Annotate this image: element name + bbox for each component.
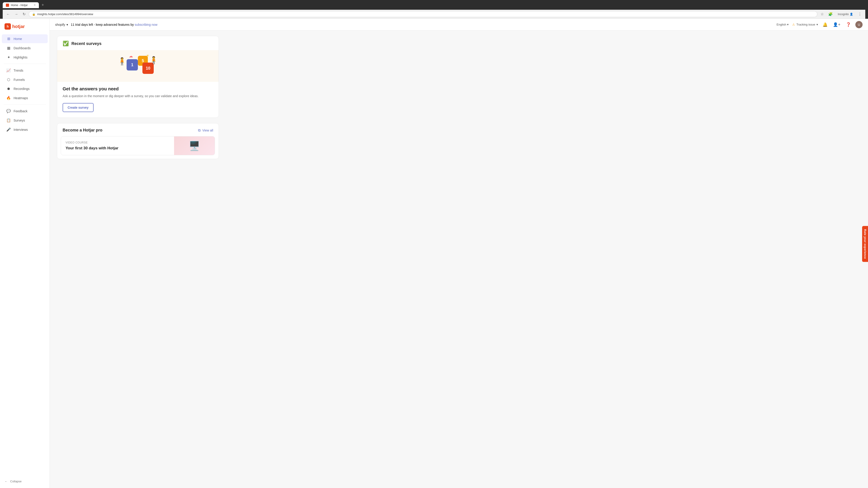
recent-surveys-section: ✅ Recent surveys 🧍 ☁ 1 5 [57, 36, 219, 118]
app-layout: h hotjar ⊞ Home ▦ Dashboards ✦ Highlight… [0, 19, 868, 488]
tracking-chevron-icon: ▾ [816, 23, 818, 26]
header-right: English ▾ ⚠ Tracking issue ▾ 🔔 👤+ ❓ U [777, 21, 863, 28]
tab-label: Home - Hotjar [11, 4, 28, 7]
hotjar-logo-icon: h [4, 23, 11, 30]
view-all-icon: ⧉ [198, 128, 200, 132]
forward-button[interactable]: → [13, 11, 20, 17]
user-avatar[interactable]: U [855, 21, 863, 28]
user-avatar-icon: 👤 [850, 13, 853, 16]
sidebar-item-surveys[interactable]: 📋 Surveys [2, 116, 48, 125]
create-survey-button[interactable]: Create survey [63, 103, 94, 112]
notifications-button[interactable]: 🔔 [822, 21, 829, 28]
sidebar-item-interviews[interactable]: 🎤 Interviews [2, 125, 48, 134]
new-tab-button[interactable]: + [40, 2, 46, 8]
page-content: ✅ Recent surveys 🧍 ☁ 1 5 [50, 31, 226, 164]
hotjar-logo: h hotjar [4, 23, 25, 30]
sidebar-logo: h hotjar [0, 22, 50, 34]
survey-illustration: 🧍 ☁ 1 5 10 🧍 ☀ [57, 50, 219, 82]
tracking-issue-button[interactable]: ⚠ Tracking issue ▾ [792, 23, 818, 26]
language-selector[interactable]: English ▾ [777, 23, 789, 26]
person-left-icon: 🧍 [118, 57, 127, 66]
menu-button[interactable]: ⋮ [857, 11, 863, 17]
hotjar-brand-name: hotjar [12, 24, 25, 29]
back-button[interactable]: ← [5, 11, 11, 17]
trial-notice: 11 trial days left - keep advanced featu… [71, 23, 157, 26]
incognito-badge[interactable]: Incognito 👤 [836, 12, 855, 17]
funnels-icon: ⬡ [6, 77, 11, 82]
sidebar-item-feedback[interactable]: 💬 Feedback [2, 107, 48, 116]
site-selector[interactable]: shopify ▾ [55, 23, 68, 26]
site-selector-chevron: ▾ [66, 23, 68, 26]
sidebar-label-highlights: Highlights [13, 56, 27, 59]
heatmaps-icon: 🔥 [6, 96, 11, 100]
sidebar-item-heatmaps[interactable]: 🔥 Heatmaps [2, 94, 48, 102]
collapse-icon: ← [4, 480, 7, 483]
warning-icon: ⚠ [792, 23, 795, 26]
course-card[interactable]: Video course Your first 30 days with Hot… [61, 136, 215, 155]
rate-experience-label: Rate your experience [864, 229, 867, 259]
recordings-icon: ⏺ [6, 87, 11, 91]
sidebar-label-home: Home [13, 37, 22, 41]
surveys-section-icon: ✅ [63, 41, 69, 46]
sidebar-label-funnels: Funnels [13, 78, 25, 82]
help-button[interactable]: ❓ [845, 21, 852, 28]
section-header: ✅ Recent surveys [57, 36, 219, 50]
view-all-button[interactable]: ⧉ View all [198, 128, 213, 132]
highlights-icon: ✦ [6, 55, 11, 59]
sidebar-item-funnels[interactable]: ⬡ Funnels [2, 75, 48, 84]
interviews-icon: 🎤 [6, 127, 11, 132]
sidebar-item-highlights[interactable]: ✦ Highlights [2, 53, 48, 62]
sidebar-collapse-button[interactable]: ← Collapse [0, 477, 50, 485]
browser-toolbar: ← → ↻ 🔒 insights.hotjar.com/sites/381499… [3, 10, 865, 19]
bookmark-button[interactable]: ☆ [819, 11, 825, 17]
address-bar[interactable]: 🔒 insights.hotjar.com/sites/3814994/over… [29, 11, 817, 17]
sidebar-item-dashboards[interactable]: ▦ Dashboards [2, 43, 48, 53]
sidebar: h hotjar ⊞ Home ▦ Dashboards ✦ Highlight… [0, 19, 50, 488]
sidebar-label-interviews: Interviews [13, 128, 28, 131]
course-info: Video course Your first 30 days with Hot… [61, 136, 174, 155]
sidebar-divider-1 [4, 64, 46, 64]
become-pro-section: Become a Hotjar pro ⧉ View all Video cou… [57, 123, 219, 159]
active-tab[interactable]: Home - Hotjar ✕ [3, 2, 39, 8]
survey-cta: Get the answers you need Ask a question … [57, 82, 219, 118]
thumbnail-illustration: 🖥️ [189, 140, 200, 151]
sun-icon: ☀ [146, 54, 149, 58]
pro-section-header: Become a Hotjar pro ⧉ View all [57, 123, 219, 136]
incognito-label: Incognito [838, 13, 849, 16]
language-label: English [777, 23, 786, 26]
illustration-container: 🧍 ☁ 1 5 10 🧍 ☀ [115, 53, 160, 79]
sidebar-item-recordings[interactable]: ⏺ Recordings [2, 85, 48, 93]
pro-section-title: Become a Hotjar pro [63, 128, 102, 133]
survey-card-1: 1 [127, 59, 138, 70]
sidebar-divider-2 [4, 104, 46, 105]
cta-title: Get the answers you need [63, 86, 213, 92]
sidebar-item-home[interactable]: ⊞ Home [2, 34, 48, 43]
browser-tabs: Home - Hotjar ✕ + [3, 2, 865, 8]
subscribing-now-link[interactable]: subscribing now [135, 23, 157, 26]
lock-icon: 🔒 [32, 13, 35, 16]
header-left: shopify ▾ 11 trial days left - keep adva… [55, 23, 157, 26]
collapse-label: Collapse [10, 480, 22, 483]
home-icon: ⊞ [6, 37, 11, 41]
rate-experience-tab[interactable]: Rate your experience [862, 226, 868, 262]
site-name: shopify [55, 23, 65, 26]
sidebar-label-trends: Trends [13, 69, 23, 72]
sidebar-label-recordings: Recordings [13, 87, 30, 91]
person-right-icon: 🧍 [149, 56, 158, 64]
reload-button[interactable]: ↻ [21, 11, 27, 17]
course-title: Your first 30 days with Hotjar [66, 146, 169, 151]
tab-close-button[interactable]: ✕ [34, 4, 36, 6]
extension-button[interactable]: 🧩 [827, 11, 834, 17]
browser-chrome: Home - Hotjar ✕ + ← → ↻ 🔒 insights.hotja… [0, 0, 868, 19]
trends-icon: 📈 [6, 68, 11, 72]
course-type: Video course [66, 141, 169, 144]
dashboards-icon: ▦ [6, 46, 11, 50]
sidebar-item-trends[interactable]: 📈 Trends [2, 66, 48, 75]
feedback-icon: 💬 [6, 109, 11, 113]
main-content: ✅ Recent surveys 🧍 ☁ 1 5 [50, 31, 868, 488]
add-user-button[interactable]: 👤+ [832, 21, 841, 28]
view-all-label: View all [202, 129, 213, 132]
sidebar-label-heatmaps: Heatmaps [13, 96, 28, 100]
sidebar-label-dashboards: Dashboards [13, 46, 31, 50]
surveys-icon: 📋 [6, 118, 11, 123]
